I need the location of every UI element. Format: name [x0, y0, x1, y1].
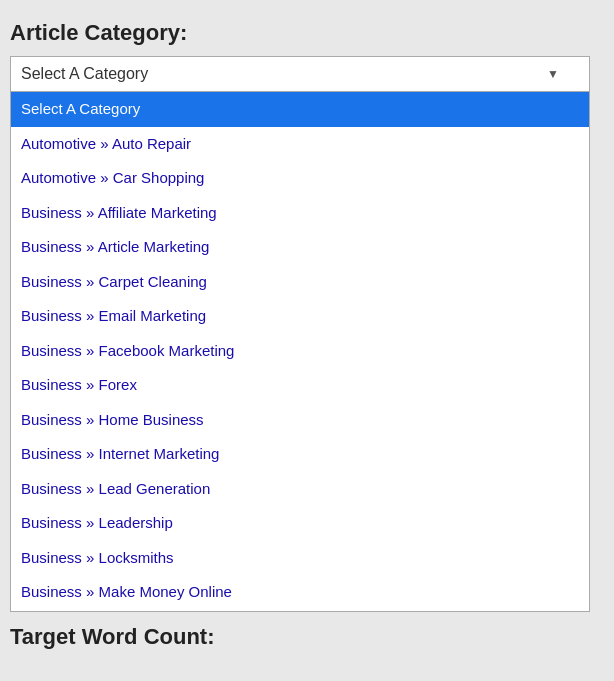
select-placeholder: Select A Category: [21, 65, 148, 83]
dropdown-item[interactable]: Business » Affiliate Marketing: [11, 196, 589, 231]
dropdown-item[interactable]: Business » Carpet Cleaning: [11, 265, 589, 300]
dropdown-item[interactable]: Business » Email Marketing: [11, 299, 589, 334]
chevron-down-icon: ▼: [547, 67, 559, 81]
select-display[interactable]: Select A Category ▼: [10, 56, 590, 92]
dropdown-item[interactable]: Business » Make Money Online: [11, 575, 589, 610]
select-wrapper: Select A Category ▼ Select A CategoryAut…: [10, 56, 590, 612]
dropdown-item[interactable]: Business » Home Business: [11, 403, 589, 438]
dropdown-item[interactable]: Select A Category: [11, 92, 589, 127]
target-word-count-label: Target Word Count:: [10, 624, 604, 650]
dropdown-item[interactable]: Business » Forex: [11, 368, 589, 403]
dropdown-item[interactable]: Business » Mobile Marketing: [11, 610, 589, 613]
dropdown-item[interactable]: Business » Internet Marketing: [11, 437, 589, 472]
dropdown-item[interactable]: Business » Leadership: [11, 506, 589, 541]
dropdown-item[interactable]: Automotive » Car Shopping: [11, 161, 589, 196]
dropdown-item[interactable]: Automotive » Auto Repair: [11, 127, 589, 162]
dropdown-list[interactable]: Select A CategoryAutomotive » Auto Repai…: [10, 92, 590, 612]
article-category-label: Article Category:: [10, 20, 604, 46]
dropdown-item[interactable]: Business » Article Marketing: [11, 230, 589, 265]
dropdown-item[interactable]: Business » Facebook Marketing: [11, 334, 589, 369]
dropdown-item[interactable]: Business » Locksmiths: [11, 541, 589, 576]
dropdown-item[interactable]: Business » Lead Generation: [11, 472, 589, 507]
